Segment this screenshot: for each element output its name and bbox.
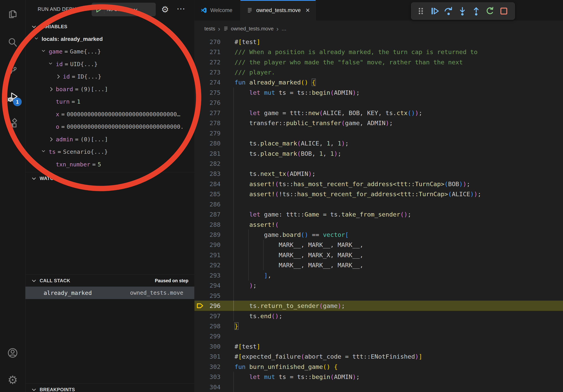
variable-row-ts[interactable]: ts=Scenario{...} — [26, 146, 194, 158]
line-number[interactable]: 298 — [194, 323, 220, 330]
line-number[interactable]: 295 — [194, 292, 220, 299]
call-stack-frame-row[interactable]: already_marked owned_tests.move — [26, 287, 194, 299]
code-line-271[interactable]: 271/// When a position is already marked… — [194, 47, 563, 57]
variable-row-admin[interactable]: admin=(0)[...] — [26, 133, 194, 146]
debug-gear-icon[interactable]: ⚙ — [161, 5, 169, 14]
code-line-291[interactable]: 291 MARK__, MARK_X, MARK__, — [194, 250, 563, 260]
code-line-289[interactable]: 289 game.board() == vector[ — [194, 230, 563, 240]
code-line-292[interactable]: 292 MARK__, MARK__, MARK__, — [194, 260, 563, 270]
code-line-304[interactable]: 304 — [194, 382, 563, 392]
line-number[interactable]: 292 — [194, 261, 220, 269]
line-number[interactable]: 290 — [194, 241, 220, 248]
close-icon[interactable]: ✕ — [305, 7, 310, 14]
line-number[interactable]: 301 — [194, 353, 220, 360]
line-number[interactable]: 278 — [194, 119, 220, 127]
code-line-280[interactable]: 280 ts.place_mark(ALICE, 1, 1); — [194, 138, 563, 148]
code-line-300[interactable]: 300#[test] — [194, 341, 563, 351]
chevron-down-icon[interactable] — [48, 61, 54, 67]
breakpoints-section-header[interactable]: BREAKPOINTS — [26, 383, 194, 392]
chevron-down-icon[interactable] — [34, 36, 40, 42]
variable-row-turn[interactable]: turn=1 — [26, 95, 194, 108]
code-line-275[interactable]: 275 let mut ts = ts::begin(ADMIN); — [194, 87, 563, 97]
variable-row-game[interactable]: game=Game{...} — [26, 45, 194, 58]
code-line-270[interactable]: 270#[test] — [194, 37, 563, 47]
stop-button[interactable] — [497, 4, 511, 18]
code-line-293[interactable]: 293 ], — [194, 270, 563, 280]
config-label[interactable]: No Configur — [107, 7, 132, 12]
code-line-302[interactable]: 302fun burn_unfinished_game() { — [194, 362, 563, 372]
code-line-290[interactable]: 290 MARK__, MARK__, MARK__, — [194, 240, 563, 250]
line-number[interactable]: 287 — [194, 211, 220, 218]
drag-grip-handle[interactable] — [414, 4, 428, 18]
code-line-286[interactable]: 286 — [194, 199, 563, 209]
code-line-288[interactable]: 288 assert!( — [194, 220, 563, 230]
code-line-295[interactable]: 295 — [194, 290, 563, 301]
code-line-272[interactable]: 272/// the player who made the "false" m… — [194, 57, 563, 67]
line-number[interactable]: 288 — [194, 221, 220, 228]
line-number[interactable]: 282 — [194, 160, 220, 167]
line-number[interactable]: 275 — [194, 89, 220, 96]
chevron-right-icon[interactable] — [48, 136, 54, 142]
restart-button[interactable] — [483, 4, 497, 18]
line-number[interactable]: 284 — [194, 180, 220, 187]
code-line-274[interactable]: 274fun already_marked() { — [194, 77, 563, 87]
activity-item-settings[interactable]: ⚙ — [0, 368, 25, 392]
line-number[interactable]: 272 — [194, 59, 220, 66]
continue-button[interactable] — [428, 4, 442, 18]
start-debug-icon[interactable] — [95, 6, 102, 13]
step-into-button[interactable] — [456, 4, 469, 18]
line-number[interactable]: 281 — [194, 150, 220, 157]
more-actions-icon[interactable]: ⋯ — [177, 3, 185, 14]
line-number[interactable]: 303 — [194, 373, 220, 380]
activity-item-run-and-debug[interactable]: 1 — [0, 85, 25, 109]
variable-row-id[interactable]: id=UID{...} — [26, 58, 194, 70]
code-line-297[interactable]: 297 ts.end(); — [194, 311, 563, 321]
line-number[interactable]: 294 — [194, 282, 220, 289]
code-line-273[interactable]: 273/// player. — [194, 67, 563, 77]
line-number[interactable]: 300 — [194, 343, 220, 350]
code-line-281[interactable]: 281 ts.place_mark(BOB, 1, 1); — [194, 148, 563, 158]
code-line-287[interactable]: 287 let game: ttt::Game = ts.take_from_s… — [194, 209, 563, 219]
code-line-279[interactable]: 279 — [194, 128, 563, 138]
line-number[interactable]: 291 — [194, 251, 220, 259]
line-number[interactable]: 285 — [194, 190, 220, 197]
code-area[interactable]: 270#[test]271/// When a position is alre… — [194, 37, 563, 392]
line-number[interactable]: 304 — [194, 383, 220, 391]
activity-item-source-control[interactable] — [0, 58, 25, 81]
chevron-right-icon[interactable] — [55, 74, 61, 79]
variable-row-scope[interactable]: locals: already_marked — [26, 33, 194, 45]
breadcrumb-item[interactable]: tests — [204, 26, 215, 32]
chevron-down-icon[interactable] — [41, 149, 47, 155]
line-number[interactable]: 280 — [194, 140, 220, 147]
tab-welcome[interactable]: Welcome — [194, 0, 241, 21]
code-line-277[interactable]: 277 let game = ttt::new(ALICE, BOB, KEY,… — [194, 108, 563, 118]
variables-section-header[interactable]: VARIABLES — [26, 21, 194, 33]
line-number[interactable]: 293 — [194, 272, 220, 279]
line-number[interactable]: 276 — [194, 99, 220, 106]
step-over-button[interactable] — [442, 4, 456, 18]
code-line-284[interactable]: 284 assert!(ts::has_most_recent_for_addr… — [194, 179, 563, 189]
variable-row-x[interactable]: x=00000000000000000000000000000000… — [26, 108, 194, 121]
code-line-301[interactable]: 301#[expected_failure(abort_code = ttt::… — [194, 352, 563, 362]
call-stack-section-header[interactable]: CALL STACK Paused on step — [26, 274, 194, 287]
launch-config-dropdown[interactable]: No Configur — [92, 3, 156, 16]
activity-item-search[interactable] — [0, 31, 25, 54]
line-number[interactable]: 271 — [194, 48, 220, 55]
activity-item-explorer[interactable] — [0, 2, 25, 26]
variable-row-txn_number[interactable]: txn_number=5 — [26, 158, 194, 171]
line-number[interactable]: 297 — [194, 313, 220, 320]
stack-frame-name[interactable]: already_marked — [44, 289, 92, 296]
line-number[interactable]: 274 — [194, 79, 220, 86]
code-line-282[interactable]: 282 — [194, 158, 563, 169]
variable-row-o[interactable]: o=000000000000000000000000000000000. — [26, 121, 194, 133]
chevron-down-icon[interactable] — [133, 7, 138, 12]
code-line-299[interactable]: 299 — [194, 331, 563, 341]
step-out-button[interactable] — [469, 4, 483, 18]
line-number[interactable]: 299 — [194, 333, 220, 340]
breadcrumb[interactable]: tests›owned_tests.move›… — [194, 21, 563, 37]
line-number[interactable]: 289 — [194, 231, 220, 238]
code-line-278[interactable]: 278 transfer::public_transfer(game, ADMI… — [194, 118, 563, 128]
code-line-283[interactable]: 283 ts.next_tx(ADMIN); — [194, 169, 563, 179]
chevron-right-icon[interactable] — [48, 86, 54, 92]
code-line-296[interactable]: 296 ts.return_to_sender(game); — [194, 301, 563, 311]
